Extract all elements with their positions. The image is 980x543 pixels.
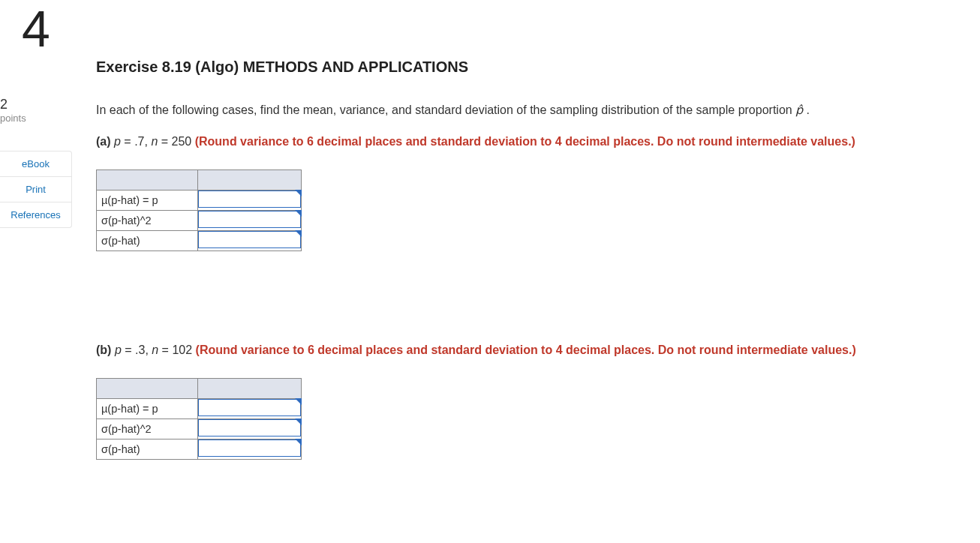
part-b-table: µ(p-hat) = p σ(p-hat)^2 σ(p-hat) bbox=[96, 378, 302, 460]
part-a: (a) p = .7, n = 250 (Round variance to 6… bbox=[96, 133, 974, 251]
row-input-cell-sd bbox=[198, 231, 302, 251]
header-blank-input bbox=[198, 379, 302, 399]
exercise-title: Exercise 8.19 (Algo) METHODS AND APPLICA… bbox=[96, 58, 974, 76]
part-a-n-eq: = 250 bbox=[158, 135, 194, 148]
table-header-row bbox=[97, 170, 302, 190]
table-row: µ(p-hat) = p bbox=[97, 190, 302, 211]
points-value: 2 bbox=[0, 98, 72, 112]
row-label-sd: σ(p-hat) bbox=[97, 231, 198, 251]
print-link[interactable]: Print bbox=[0, 177, 71, 202]
references-link[interactable]: References bbox=[0, 202, 71, 227]
row-label-mu: µ(p-hat) = p bbox=[97, 190, 198, 211]
sidebar-links: eBook Print References bbox=[0, 151, 72, 228]
row-label-var: σ(p-hat)^2 bbox=[97, 211, 198, 231]
sidebar: 4 2 points eBook Print References bbox=[0, 0, 72, 543]
table-row: σ(p-hat)^2 bbox=[97, 211, 302, 231]
row-label-mu: µ(p-hat) = p bbox=[97, 399, 198, 419]
part-b-p-eq: = .3, bbox=[122, 344, 152, 356]
part-a-instructions: (Round variance to 6 decimal places and … bbox=[195, 135, 855, 148]
question-number: 4 bbox=[0, 0, 72, 54]
part-b-instructions: (Round variance to 6 decimal places and … bbox=[196, 344, 856, 356]
ebook-link[interactable]: eBook bbox=[0, 152, 71, 177]
part-b-label: (b) bbox=[96, 344, 111, 356]
row-input-cell-mu bbox=[198, 399, 302, 419]
intro-text: In each of the following cases, find the… bbox=[96, 104, 795, 116]
table-row: σ(p-hat) bbox=[97, 231, 302, 251]
flag-icon bbox=[295, 398, 302, 405]
input-a-mu[interactable] bbox=[198, 190, 301, 208]
flag-icon bbox=[295, 418, 302, 425]
row-label-sd: σ(p-hat) bbox=[97, 440, 198, 460]
part-b-n-eq: = 102 bbox=[158, 344, 195, 356]
input-a-var[interactable] bbox=[198, 211, 301, 228]
part-b: (b) p = .3, n = 102 (Round variance to 6… bbox=[96, 341, 974, 460]
intro-paragraph: In each of the following cases, find the… bbox=[96, 101, 974, 119]
row-input-cell-var bbox=[198, 211, 302, 231]
row-label-var: σ(p-hat)^2 bbox=[97, 419, 198, 440]
header-blank-label bbox=[97, 170, 198, 190]
header-blank-label bbox=[97, 379, 198, 399]
points-label: points bbox=[0, 112, 72, 124]
input-b-sd[interactable] bbox=[198, 440, 301, 457]
row-input-cell-sd bbox=[198, 440, 302, 460]
part-b-n-var: n bbox=[152, 344, 158, 356]
flag-icon bbox=[295, 439, 302, 446]
part-a-table: µ(p-hat) = p σ(p-hat)^2 σ(p-hat) bbox=[96, 170, 302, 251]
row-input-cell-mu bbox=[198, 190, 302, 211]
part-a-p-var: p bbox=[114, 135, 121, 148]
flag-icon bbox=[295, 190, 302, 196]
input-b-mu[interactable] bbox=[198, 399, 301, 416]
input-b-var[interactable] bbox=[198, 419, 301, 436]
part-a-lead: (a) p = .7, n = 250 (Round variance to 6… bbox=[96, 133, 974, 150]
part-a-p-eq: = .7, bbox=[121, 135, 151, 148]
part-b-lead: (b) p = .3, n = 102 (Round variance to 6… bbox=[96, 341, 974, 358]
p-hat-symbol: p̂ bbox=[795, 104, 803, 116]
row-input-cell-var bbox=[198, 419, 302, 440]
part-a-n-var: n bbox=[151, 135, 158, 148]
table-header-row bbox=[97, 379, 302, 399]
intro-tail: . bbox=[803, 104, 810, 116]
flag-icon bbox=[295, 230, 302, 237]
part-b-p-var: p bbox=[115, 344, 122, 356]
table-row: σ(p-hat) bbox=[97, 440, 302, 460]
input-a-sd[interactable] bbox=[198, 231, 301, 248]
header-blank-input bbox=[198, 170, 302, 190]
main-content: Exercise 8.19 (Algo) METHODS AND APPLICA… bbox=[96, 0, 980, 543]
flag-icon bbox=[295, 210, 302, 217]
points-block: 2 points bbox=[0, 98, 72, 124]
table-row: σ(p-hat)^2 bbox=[97, 419, 302, 440]
part-a-label: (a) bbox=[96, 135, 111, 148]
table-row: µ(p-hat) = p bbox=[97, 399, 302, 419]
